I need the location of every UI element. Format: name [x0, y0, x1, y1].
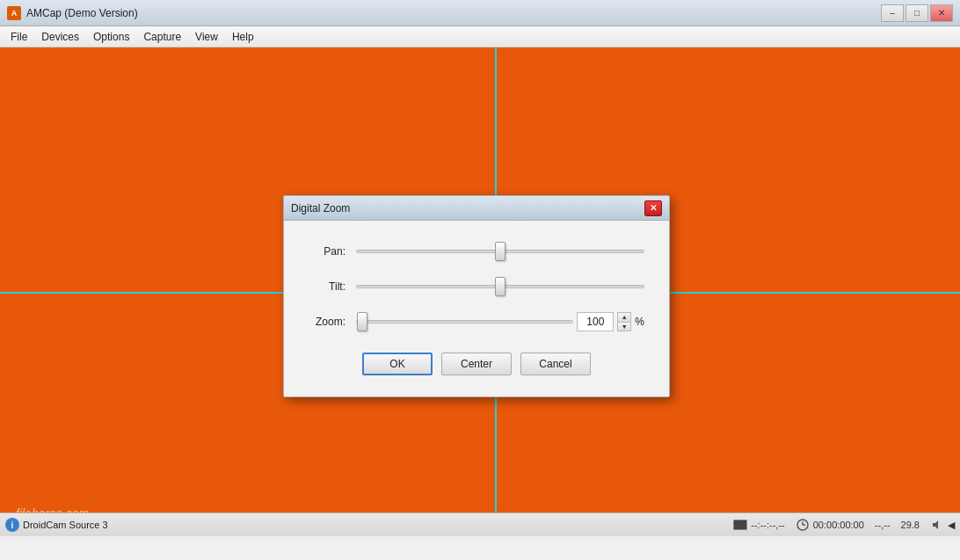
status-segment3: --,-- — [875, 520, 891, 530]
dialog-overlay: Digital Zoom ✕ Pan: Tilt: — [0, 47, 960, 536]
tilt-slider[interactable] — [356, 285, 644, 288]
status-timecode2: 00:00:00:00 — [813, 520, 864, 530]
window-title: AMCap (Demo Version) — [26, 7, 881, 19]
status-device-name: DroidCam Source 3 — [23, 520, 733, 530]
zoom-spinner-up[interactable]: ▲ — [617, 312, 631, 322]
status-record-icon: --:--:--,-- — [733, 520, 784, 530]
dialog-title-bar: Digital Zoom ✕ — [284, 196, 669, 221]
record-icon — [733, 520, 747, 530]
tilt-row: Tilt: — [309, 277, 644, 296]
menu-options[interactable]: Options — [86, 29, 136, 45]
zoom-slider[interactable] — [356, 320, 573, 324]
svg-marker-3 — [933, 520, 938, 529]
zoom-spinner-down[interactable]: ▼ — [617, 322, 631, 332]
pan-label: Pan: — [309, 245, 345, 258]
status-fps: 29.8 — [901, 520, 920, 530]
menu-file[interactable]: File — [4, 29, 34, 45]
status-audio-value: ◀ — [948, 520, 955, 531]
zoom-label: Zoom: — [309, 316, 345, 328]
status-bar: i DroidCam Source 3 --:--:--,-- 00:00:00… — [0, 513, 960, 536]
maximize-button[interactable]: □ — [905, 4, 928, 22]
digital-zoom-dialog: Digital Zoom ✕ Pan: Tilt: — [283, 195, 670, 397]
window-controls: – □ ✕ — [881, 4, 953, 22]
minimize-button[interactable]: – — [881, 4, 904, 22]
dialog-close-button[interactable]: ✕ — [644, 200, 662, 216]
pan-slider[interactable] — [356, 250, 644, 253]
status-value3: --,-- — [875, 520, 891, 530]
status-audio-segment: ◀ — [930, 519, 955, 531]
speaker-icon — [930, 519, 944, 531]
zoom-percent-label: % — [635, 316, 644, 328]
zoom-value-display: 100 — [577, 312, 614, 331]
camera-viewport: filehorse.com Digital Zoom ✕ Pan: — [0, 47, 960, 536]
status-clock-segment: 00:00:00:00 — [796, 518, 864, 532]
status-info-icon: i — [5, 518, 19, 532]
zoom-slider-container — [356, 312, 573, 331]
menu-bar: File Devices Options Capture View Help — [0, 26, 960, 47]
dialog-body: Pan: Tilt: Zoom: — [284, 221, 669, 396]
menu-help[interactable]: Help — [225, 29, 261, 45]
dialog-title: Digital Zoom — [291, 202, 644, 215]
close-window-button[interactable]: ✕ — [930, 4, 953, 22]
status-timecode1: --:--:--,-- — [751, 520, 784, 530]
tilt-label: Tilt: — [309, 280, 345, 293]
menu-capture[interactable]: Capture — [136, 29, 188, 45]
pan-slider-container — [356, 242, 644, 261]
pan-row: Pan: — [309, 242, 644, 261]
status-fps-value: 29.8 — [901, 520, 920, 530]
zoom-row: Zoom: 100 ▲ ▼ % — [309, 312, 644, 331]
menu-devices[interactable]: Devices — [34, 29, 86, 45]
dialog-buttons: OK Center Cancel — [309, 353, 644, 379]
clock-icon — [796, 518, 810, 532]
menu-view[interactable]: View — [188, 29, 225, 45]
center-button[interactable]: Center — [441, 353, 512, 375]
app-icon: A — [7, 6, 21, 20]
zoom-spinner: ▲ ▼ — [617, 312, 631, 331]
tilt-slider-container — [356, 277, 644, 296]
title-bar: A AMCap (Demo Version) – □ ✕ — [0, 0, 960, 26]
cancel-button[interactable]: Cancel — [520, 353, 591, 375]
status-right: --:--:--,-- 00:00:00:00 --,-- 29.8 — [733, 518, 955, 532]
ok-button[interactable]: OK — [362, 353, 433, 375]
